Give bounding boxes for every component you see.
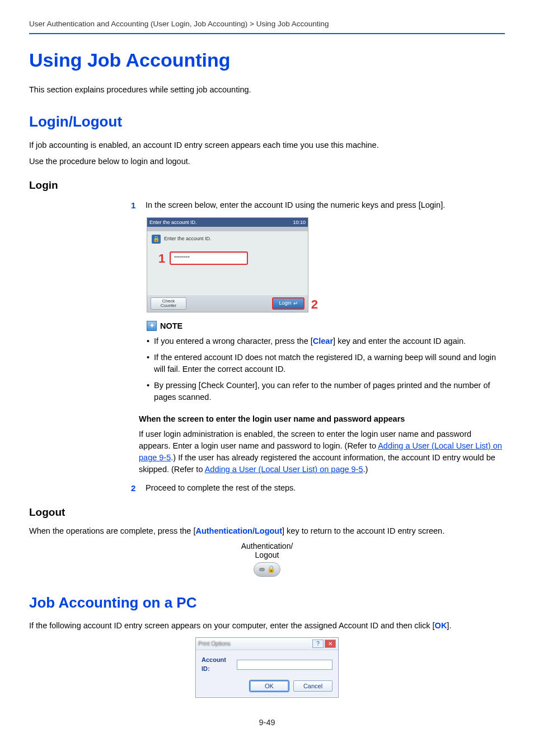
intro-text: This section explains procedures while s…	[29, 84, 505, 96]
ok-button[interactable]: OK	[250, 680, 289, 692]
logout-post: ] key to return to the account ID entry …	[282, 526, 444, 535]
page-number: 9-49	[29, 717, 505, 729]
when-heading: When the screen to enter the login user …	[139, 413, 505, 425]
step-1: 1 In the screen below, enter the account…	[131, 199, 505, 212]
step-2-text: Proceed to complete the rest of the step…	[146, 482, 296, 494]
note-1-pre: If you entered a wrong character, press …	[154, 337, 313, 346]
device-subbar	[147, 227, 308, 231]
pc-dialog-row: Account ID:	[202, 656, 332, 674]
account-id-input[interactable]: ********	[170, 251, 248, 265]
lock-icon: 🔒	[152, 235, 161, 244]
login-label: Login	[279, 300, 291, 307]
pc-dialog-titlebar: Print Options ? ✕	[196, 638, 338, 650]
note-1-post: ] key and enter the account ID again.	[333, 337, 466, 346]
pc-dialog-controls: ? ✕	[312, 640, 336, 648]
pc-body: If the following account ID entry screen…	[29, 620, 505, 632]
login-logout-p1: If job accounting is enabled, an account…	[29, 139, 505, 151]
step-2: 2 Proceed to complete the rest of the st…	[131, 482, 505, 494]
cancel-button[interactable]: Cancel	[293, 680, 332, 692]
device-title: Enter the account ID.	[149, 218, 197, 227]
device-screen: Enter the account ID. 10:10 🔒 Enter the …	[147, 217, 308, 312]
note-item-3: By pressing [Check Counter], you can ref…	[147, 380, 505, 403]
note-list: If you entered a wrong character, press …	[147, 335, 505, 403]
pc-post: ].	[447, 621, 451, 630]
device-time: 10:10	[293, 218, 306, 227]
step-2-number: 2	[131, 482, 138, 494]
pc-dialog: Print Options ? ✕ Account ID: OK Cancel	[195, 637, 339, 698]
device-titlebar: Enter the account ID. 10:10	[147, 218, 308, 227]
device-bottom-bar: Check Counter Login ↵ 2	[147, 295, 308, 312]
login-logout-p2: Use the procedure below to login and log…	[29, 156, 505, 167]
note-header: ✦ NOTE	[147, 320, 505, 332]
section-pc-heading: Job Accounting on a PC	[29, 592, 505, 614]
lock-key-icon: 🔒	[267, 564, 275, 574]
auth-widget-line1: Authentication/	[211, 542, 323, 550]
auth-logout-key: Authentication/Logout	[195, 526, 282, 535]
device-prompt: Enter the account ID.	[164, 235, 212, 242]
auth-widget-line2: Logout	[211, 550, 323, 559]
clear-key: Clear	[313, 337, 333, 346]
login-button[interactable]: Login ↵	[272, 297, 305, 310]
auth-logout-hardkey[interactable]: 🔒	[254, 562, 280, 577]
pc-pre: If the following account ID entry screen…	[29, 621, 435, 630]
callout-1: 1	[158, 250, 165, 268]
logout-heading: Logout	[29, 505, 505, 520]
step-1-number: 1	[131, 199, 138, 212]
logout-pre: When the operations are complete, press …	[29, 526, 195, 535]
callout-2: 2	[311, 296, 318, 314]
check-line2: Counter	[151, 304, 186, 308]
device-screenshot-block: Enter the account ID. 10:10 🔒 Enter the …	[147, 217, 505, 312]
close-icon[interactable]: ✕	[325, 640, 336, 648]
logout-body: When the operations are complete, press …	[29, 525, 505, 537]
note-label: NOTE	[160, 320, 182, 332]
auth-logout-widget: Authentication/ Logout 🔒	[211, 542, 323, 576]
login-heading: Login	[29, 178, 505, 193]
check-counter-button[interactable]: Check Counter	[151, 297, 186, 310]
ok-key: OK	[435, 621, 447, 630]
enter-icon: ↵	[293, 300, 298, 308]
link-add-user-2[interactable]: Adding a User (Local User List) on page …	[205, 465, 363, 474]
note-block: ✦ NOTE If you entered a wrong character,…	[147, 320, 505, 403]
help-icon[interactable]: ?	[312, 640, 324, 648]
pc-dialog-title: Print Options	[198, 640, 231, 648]
pc-dialog-buttons: OK Cancel	[202, 680, 332, 692]
device-panel: 🔒 Enter the account ID. 1 ********	[147, 231, 308, 295]
device-prompt-row: 🔒 Enter the account ID.	[147, 231, 308, 244]
page-title: Using Job Accounting	[29, 46, 505, 74]
section-login-logout-heading: Login/Logout	[29, 111, 505, 133]
pc-account-id-input[interactable]	[237, 660, 332, 670]
breadcrumb: User Authentication and Accounting (User…	[29, 18, 505, 34]
note-icon: ✦	[147, 321, 157, 331]
when-post: .)	[363, 465, 368, 474]
account-id-label: Account ID:	[202, 656, 231, 674]
when-body: If user login administration is enabled,…	[139, 428, 505, 475]
step-1-text: In the screen below, enter the account I…	[146, 199, 445, 212]
login-button-wrap: Login ↵ 2	[272, 297, 305, 310]
when-block: When the screen to enter the login user …	[139, 413, 505, 475]
note-item-2: If the entered account ID does not match…	[147, 352, 505, 375]
led-icon	[259, 568, 265, 571]
note-item-1: If you entered a wrong character, press …	[147, 335, 505, 347]
account-id-mask: ********	[174, 254, 190, 262]
pc-dialog-body: Account ID: OK Cancel	[196, 650, 338, 697]
